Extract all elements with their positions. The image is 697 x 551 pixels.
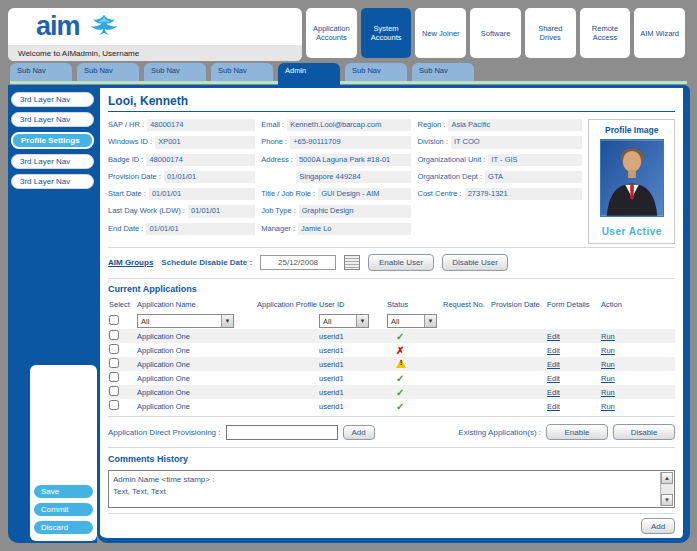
sidebar-item-3rd-layer-nav-4[interactable]: 3rd Layer Nav [11, 174, 94, 189]
direct-provisioning-label: Application Direct Provisioning : [108, 428, 221, 437]
commit-button[interactable]: Commit [34, 503, 93, 516]
subtab-4[interactable]: Sub Nav [211, 63, 273, 81]
sidebar-item-3rd-layer-nav-2[interactable]: 3rd Layer Nav [11, 112, 94, 127]
application-name-cell: Application One [136, 385, 256, 399]
field-label: Organization Dept : [417, 173, 482, 181]
comments-add-row: Add [108, 513, 675, 534]
applications-table: Select Application Name Application Prof… [108, 298, 675, 413]
disable-user-button[interactable]: Disable User [442, 254, 508, 271]
row-select-checkbox[interactable] [109, 400, 119, 410]
row-select-checkbox[interactable] [109, 358, 119, 368]
table-row: Application One userid1 ✗ Edit Run [108, 343, 675, 357]
header-divider [108, 111, 675, 112]
aim-application-window: aim Welcome to AIMadmin, Username Applic… [0, 0, 697, 551]
sidebar-item-3rd-layer-nav-3[interactable]: 3rd Layer Nav [11, 154, 94, 169]
subtab-7[interactable]: Sub Nav [412, 63, 474, 81]
field-label: Last Day Work (LDW) : [108, 207, 185, 215]
run-link[interactable]: Run [601, 402, 615, 411]
subtab-2[interactable]: Sub Nav [77, 63, 139, 81]
existing-enable-button[interactable]: Enable [546, 424, 608, 440]
run-link[interactable]: Run [601, 374, 615, 383]
logo-panel: aim Welcome to AIMadmin, Username [8, 8, 302, 61]
division-value: IT COO [451, 136, 583, 148]
subtab-6[interactable]: Sub Nav [345, 63, 407, 81]
subtab-3[interactable]: Sub Nav [144, 63, 206, 81]
profile-photo [600, 139, 664, 217]
application-name-filter-dropdown[interactable]: All▼ [137, 314, 234, 328]
tab-application-accounts[interactable]: Application Accounts [306, 8, 357, 58]
row-select-checkbox[interactable] [109, 372, 119, 382]
row-select-checkbox[interactable] [109, 330, 119, 340]
aim-groups-link[interactable]: AIM Groups [108, 258, 153, 267]
comments-add-button[interactable]: Add [641, 518, 675, 534]
user-id-cell: userid1 [318, 357, 386, 371]
run-link[interactable]: Run [601, 360, 615, 369]
groups-row: AIM Groups Schedule Disable Date : Enabl… [108, 254, 675, 271]
edit-link[interactable]: Edit [547, 388, 560, 397]
tab-system-accounts[interactable]: System Accounts [361, 8, 412, 58]
profile-image-title: Profile Image [593, 125, 670, 135]
sidebar-item-3rd-layer-nav-1[interactable]: 3rd Layer Nav [11, 92, 94, 107]
phone-value: +65-90111709 [290, 136, 411, 148]
end-date-value: 01/01/01 [146, 223, 255, 235]
existing-disable-button[interactable]: Disable [613, 424, 675, 440]
subtab-1[interactable]: Sub Nav [10, 63, 72, 81]
chevron-down-icon: ▼ [424, 315, 436, 327]
user-id-cell: userid1 [318, 385, 386, 399]
scroll-down-icon[interactable]: ▼ [661, 494, 673, 506]
run-link[interactable]: Run [601, 388, 615, 397]
edit-link[interactable]: Edit [547, 360, 560, 369]
user-id-filter-dropdown[interactable]: All▼ [319, 314, 369, 328]
dropdown-value: All [388, 317, 424, 326]
tab-new-joiner[interactable]: New Joiner [415, 8, 466, 58]
sidebar-item-profile-settings[interactable]: Profile Settings [11, 132, 94, 149]
field-label: Region : [417, 121, 445, 129]
start-date-value: 01/01/01 [149, 188, 255, 200]
tab-software[interactable]: Software [470, 8, 521, 58]
table-row: Application One userid1 Edit Run [108, 357, 675, 371]
manager-value: Jamie Lo [298, 223, 411, 235]
status-filter-dropdown[interactable]: All▼ [387, 314, 437, 328]
row-select-checkbox[interactable] [109, 344, 119, 354]
tab-aim-wizard[interactable]: AIM Wizard [634, 8, 685, 58]
edit-link[interactable]: Edit [547, 332, 560, 341]
col-action: Action [600, 298, 675, 313]
edit-link[interactable]: Edit [547, 402, 560, 411]
direct-provisioning-input[interactable] [226, 425, 338, 440]
run-link[interactable]: Run [601, 332, 615, 341]
field-label: SAP / HR : [108, 121, 144, 129]
tab-shared-drives[interactable]: Shared Drives [525, 8, 576, 58]
enable-user-button[interactable]: Enable User [368, 254, 434, 271]
tab-remote-access[interactable]: Remote Access [580, 8, 631, 58]
sap-hr-value: 48000174 [147, 119, 255, 131]
org-unit-value: IT - GIS [488, 154, 582, 166]
subtab-admin[interactable]: Admin [278, 63, 340, 85]
row-select-checkbox[interactable] [109, 386, 119, 396]
run-link[interactable]: Run [601, 346, 615, 355]
existing-applications-label: Existing Application(s) : [458, 428, 541, 437]
schedule-disable-date-input[interactable] [260, 255, 336, 270]
sidebar: 3rd Layer Nav 3rd Layer Nav Profile Sett… [8, 85, 97, 543]
application-name-cell: Application One [136, 357, 256, 371]
field-label: Badge ID : [108, 156, 143, 164]
org-dept-value: GTA [485, 171, 582, 183]
edit-link[interactable]: Edit [547, 374, 560, 383]
user-id-cell: userid1 [318, 399, 386, 413]
table-row: Application One userid1 ✓ Edit Run [108, 399, 675, 413]
save-button[interactable]: Save [34, 485, 93, 498]
comments-history-box[interactable]: Admin Name <time stamp> : Text, Text, Te… [108, 470, 675, 508]
windows-id-value: XP001 [155, 136, 255, 148]
status-check-icon: ✓ [396, 373, 404, 384]
discard-button[interactable]: Discard [34, 521, 93, 534]
application-name-cell: Application One [136, 371, 256, 385]
col-application-name: Application Name [136, 298, 256, 313]
scroll-up-icon[interactable]: ▲ [661, 472, 673, 484]
provisioning-add-button[interactable]: Add [343, 425, 375, 440]
field-label: Organizational Unit : [417, 156, 485, 164]
comments-scrollbar[interactable]: ▲ ▼ [660, 472, 673, 506]
region-value: Asia Pacific [448, 119, 582, 131]
table-row: Application One userid1 ✓ Edit Run [108, 329, 675, 343]
calendar-icon[interactable] [344, 255, 360, 270]
select-all-checkbox[interactable] [109, 315, 119, 325]
edit-link[interactable]: Edit [547, 346, 560, 355]
